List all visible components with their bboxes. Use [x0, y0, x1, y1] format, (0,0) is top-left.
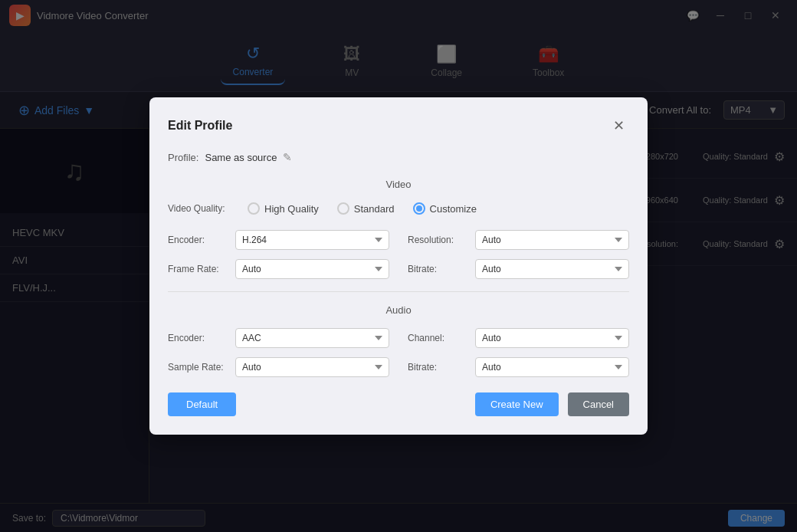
channel-label: Channel:	[408, 333, 469, 343]
audio-bitrate-label: Bitrate:	[408, 362, 469, 373]
resolution-select[interactable]: Auto	[475, 230, 629, 250]
encoder-select[interactable]: H.264	[235, 230, 389, 250]
cancel-button[interactable]: Cancel	[568, 392, 629, 416]
modal-title: Edit Profile	[168, 119, 232, 133]
modal-header: Edit Profile ✕	[168, 116, 629, 136]
audio-bitrate-select[interactable]: Auto	[475, 357, 629, 377]
audio-form-grid: Encoder: AAC Channel: Auto Sample Rate: …	[168, 328, 629, 377]
radio-customize[interactable]: Customize	[413, 202, 477, 215]
video-form-grid: Encoder: H.264 Resolution: Auto Frame Ra…	[168, 230, 629, 279]
profile-value: Same as source	[205, 152, 277, 163]
audio-encoder-label: Encoder:	[168, 333, 229, 343]
encoder-label: Encoder:	[168, 235, 229, 245]
modal-divider	[168, 291, 629, 292]
video-quality-radio-group: Video Quality: High Quality Standard Cus…	[168, 202, 629, 215]
radio-customize-label: Customize	[430, 203, 477, 215]
channel-select[interactable]: Auto	[475, 328, 629, 348]
create-new-button[interactable]: Create New	[475, 392, 559, 416]
radio-high-quality-circle	[248, 202, 260, 215]
video-bitrate-label: Bitrate:	[408, 264, 469, 274]
channel-row: Channel: Auto	[408, 328, 629, 348]
video-section-title: Video	[168, 179, 629, 190]
video-bitrate-row: Bitrate: Auto	[408, 259, 629, 279]
radio-customize-circle	[413, 202, 425, 215]
radio-standard[interactable]: Standard	[337, 202, 395, 215]
sample-rate-label: Sample Rate:	[168, 362, 229, 373]
edit-profile-modal: Edit Profile ✕ Profile: Same as source ✎…	[149, 97, 648, 435]
edit-profile-icon-button[interactable]: ✎	[283, 151, 292, 163]
modal-footer: Default Create New Cancel	[168, 392, 629, 416]
video-bitrate-select[interactable]: Auto	[475, 259, 629, 279]
modal-overlay: Edit Profile ✕ Profile: Same as source ✎…	[0, 0, 797, 532]
modal-close-button[interactable]: ✕	[608, 116, 629, 136]
sample-rate-select[interactable]: Auto	[235, 357, 389, 377]
radio-standard-circle	[337, 202, 349, 215]
audio-section-title: Audio	[168, 304, 629, 316]
radio-standard-label: Standard	[354, 203, 395, 215]
encoder-row: Encoder: H.264	[168, 230, 389, 250]
video-quality-label: Video Quality:	[168, 203, 229, 214]
frame-rate-row: Frame Rate: Auto	[168, 259, 389, 279]
profile-label: Profile:	[168, 152, 198, 163]
audio-encoder-row: Encoder: AAC	[168, 328, 389, 348]
default-button[interactable]: Default	[168, 392, 236, 416]
sample-rate-row: Sample Rate: Auto	[168, 357, 389, 377]
radio-high-quality-label: High Quality	[264, 203, 319, 215]
audio-bitrate-row: Bitrate: Auto	[408, 357, 629, 377]
frame-rate-label: Frame Rate:	[168, 264, 229, 274]
audio-encoder-select[interactable]: AAC	[235, 328, 389, 348]
frame-rate-select[interactable]: Auto	[235, 259, 389, 279]
resolution-row: Resolution: Auto	[408, 230, 629, 250]
modal-actions: Create New Cancel	[475, 392, 629, 416]
radio-high-quality[interactable]: High Quality	[248, 202, 319, 215]
profile-row: Profile: Same as source ✎	[168, 151, 629, 163]
resolution-label: Resolution:	[408, 235, 469, 245]
